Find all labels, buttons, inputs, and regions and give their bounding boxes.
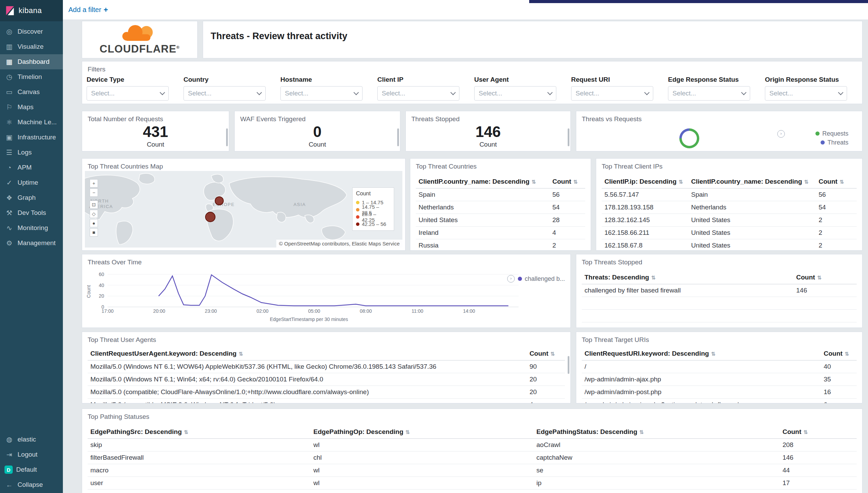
legend-toggle-icon[interactable]: ›: [507, 275, 515, 283]
device-type-select[interactable]: Select...: [87, 86, 169, 101]
column-header[interactable]: Count⇅: [821, 347, 857, 360]
kibana-brand[interactable]: kibana: [0, 0, 63, 21]
world-map[interactable]: NORTH AMERICA EUROPE ASIA + − ⊡ ◇ ● ■ Co…: [85, 171, 402, 248]
sidebar-item-machine-learning[interactable]: ⚛Machine Le...: [0, 115, 63, 130]
column-header[interactable]: ClientIP.country_name: Descending⇅: [416, 175, 549, 188]
table-cell: United States: [688, 239, 816, 251]
table-cell: 4: [527, 399, 565, 404]
chart-legend: Requests Threats: [815, 129, 848, 147]
panel-scrollbar[interactable]: [568, 128, 569, 146]
logout-icon: ⇥: [5, 450, 13, 459]
sidebar-item-maps[interactable]: ⚐Maps: [0, 100, 63, 115]
column-header[interactable]: EdgePathingStatus: Descending⇅: [534, 425, 780, 439]
x-tick-label: 02:00: [256, 308, 268, 314]
table-cell: Mozilla/5.0 (Windows NT 6.1; Win64; x64;…: [88, 373, 527, 386]
column-header[interactable]: ClientIP.country_name: Descending⇅: [688, 175, 816, 188]
table-row: skipwlaoCrawl208: [88, 439, 857, 451]
edge-response-status-select[interactable]: Select...: [668, 86, 750, 101]
draw-polygon-button[interactable]: ◇: [90, 210, 98, 218]
sidebar-item-management[interactable]: ⚙Management: [0, 236, 63, 251]
column-header[interactable]: ClientRequestURI.keyword: Descending⇅: [582, 347, 821, 360]
hostname-select[interactable]: Select...: [280, 86, 363, 101]
column-header[interactable]: Count⇅: [549, 175, 585, 188]
sidebar-item-discover[interactable]: ◎Discover: [0, 24, 63, 39]
legend-item-threats[interactable]: Threats: [815, 138, 848, 147]
sort-icon: ⇅: [550, 351, 555, 357]
sidebar: kibana ◎Discover ▥Visualize ▦Dashboard ◷…: [0, 0, 63, 493]
zoom-in-button[interactable]: +: [90, 179, 98, 187]
top-pathing-statuses-panel: Top Pathing Statuses EdgePathingSrc: Des…: [82, 409, 863, 493]
sidebar-item-uptime[interactable]: ✓Uptime: [0, 175, 63, 190]
table-row: filterBasedFirewallchlcaptchaNew146: [88, 451, 857, 464]
column-header[interactable]: EdgePathingOp: Descending⇅: [311, 425, 534, 439]
draw-rect-button[interactable]: ■: [90, 228, 98, 237]
map-attribution[interactable]: © OpenStreetMap contributors, Elastic Ma…: [276, 240, 402, 248]
table-cell: United States: [416, 214, 549, 227]
map-tool-controls: ⊡ ◇ ● ■: [90, 200, 98, 237]
table-header-row: ClientRequestUserAgent.keyword: Descendi…: [88, 347, 565, 360]
legend-toggle-icon[interactable]: ›: [777, 130, 785, 138]
zoom-out-button[interactable]: −: [90, 188, 98, 197]
table-cell: se: [534, 464, 780, 477]
panel-title: Top Threats Stopped: [576, 254, 862, 266]
table-cell: user: [88, 477, 311, 490]
sidebar-item-visualize[interactable]: ▥Visualize: [0, 39, 63, 54]
sidebar-item-dashboard[interactable]: ▦Dashboard: [0, 54, 63, 69]
sidebar-item-collapse[interactable]: ←Collapse: [0, 477, 63, 492]
client-ip-select[interactable]: Select...: [377, 86, 459, 101]
legend-dot: [356, 201, 359, 204]
metric-value: 146: [476, 124, 501, 140]
sidebar-item-logout[interactable]: ⇥Logout: [0, 447, 63, 462]
legend-dot: [356, 208, 359, 211]
fit-bounds-button[interactable]: ⊡: [90, 200, 98, 209]
top-threat-client-ips-panel: Top Threat Client IPs ClientIP.ip: Desce…: [596, 158, 863, 251]
table-header-row: ClientIP.ip: Descending⇅ ClientIP.countr…: [602, 175, 857, 188]
panel-scrollbar[interactable]: [397, 128, 399, 146]
column-header[interactable]: ClientRequestUserAgent.keyword: Descendi…: [88, 347, 527, 360]
sidebar-item-space-default[interactable]: DDefault: [0, 462, 63, 477]
panel-scrollbar[interactable]: [226, 128, 228, 146]
column-header[interactable]: Threats: Descending⇅: [582, 271, 793, 284]
cloudflare-wordmark: CLOUDFLARE®: [100, 43, 180, 55]
sidebar-item-timelion[interactable]: ◷Timelion: [0, 69, 63, 84]
map-marker-netherlands[interactable]: [215, 196, 224, 205]
table-cell: 20: [527, 373, 565, 386]
add-filter-button[interactable]: Add a filter +: [68, 5, 108, 14]
threats-over-time-panel: Threats Over Time 0204060 17:0020:0023:0…: [82, 254, 571, 328]
column-header[interactable]: Count⇅: [780, 425, 857, 439]
panel-title: WAF Events Triggered: [235, 111, 400, 123]
map-zoom-controls: + −: [90, 179, 98, 197]
user-agent-select[interactable]: Select...: [474, 86, 556, 101]
table-cell: challenged by filter based firewall: [582, 284, 793, 297]
column-header[interactable]: Count⇅: [793, 271, 857, 284]
visualize-icon: ▥: [5, 43, 13, 51]
sidebar-item-apm[interactable]: ◔APM: [0, 160, 63, 175]
country-select[interactable]: Select...: [183, 86, 266, 101]
collapse-icon: ←: [5, 481, 13, 489]
sidebar-item-canvas[interactable]: ▭Canvas: [0, 84, 63, 100]
sidebar-item-logs[interactable]: ☰Logs: [0, 145, 63, 160]
panel-scrollbar[interactable]: [568, 356, 569, 374]
column-header[interactable]: Count⇅: [527, 347, 565, 360]
chart-legend: › challenged b...: [507, 274, 565, 283]
sort-icon: ⇅: [639, 429, 644, 435]
top-nav-strip: [529, 0, 868, 3]
column-header[interactable]: ClientIP.ip: Descending⇅: [602, 175, 688, 188]
sidebar-item-infrastructure[interactable]: ▣Infrastructure: [0, 130, 63, 145]
sidebar-item-graph[interactable]: ❖Graph: [0, 190, 63, 205]
sort-icon: ⇅: [532, 179, 536, 185]
sort-icon: ⇅: [651, 275, 656, 280]
column-header[interactable]: EdgePathingSrc: Descending⇅: [88, 425, 311, 439]
sidebar-item-dev-tools[interactable]: ⚒Dev Tools: [0, 205, 63, 220]
chevron-down-icon: [838, 90, 844, 95]
sidebar-item-monitoring[interactable]: ∿Monitoring: [0, 220, 63, 236]
legend-item-challenged[interactable]: challenged b...: [518, 274, 565, 283]
map-marker-spain[interactable]: [205, 212, 215, 222]
draw-circle-button[interactable]: ●: [90, 219, 98, 227]
column-header[interactable]: Count⇅: [816, 175, 857, 188]
legend-item-requests[interactable]: Requests: [815, 129, 848, 138]
target-uris-table: ClientRequestURI.keyword: Descending⇅ Co…: [582, 347, 857, 403]
sidebar-item-elastic[interactable]: ◍elastic: [0, 432, 63, 447]
request-uri-select[interactable]: Select...: [571, 86, 653, 101]
origin-response-status-select[interactable]: Select...: [765, 86, 847, 101]
